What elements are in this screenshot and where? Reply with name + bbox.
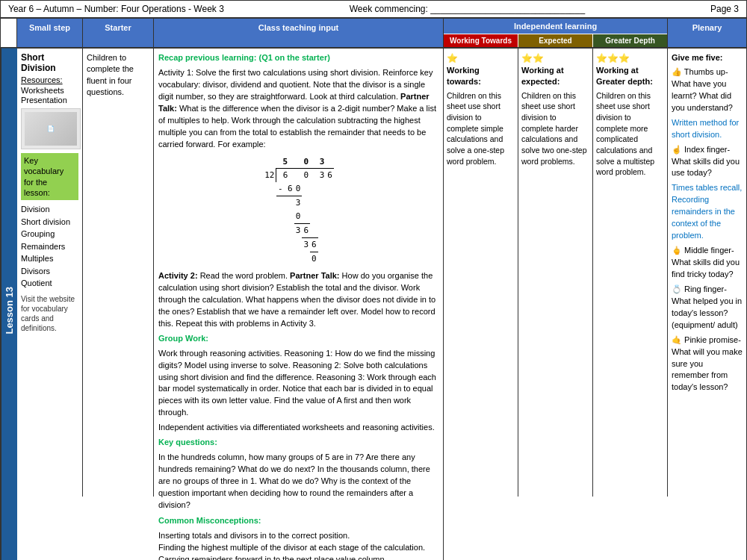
main-content-row: Lesson 13 Short Division Resources: Work…: [1, 49, 746, 560]
exp-text: Children on this sheet use short divisio…: [521, 90, 589, 167]
lesson-label: Lesson 13: [1, 49, 17, 560]
header-week: Week commencing: _______________________…: [350, 4, 585, 14]
give-five: Give me five:: [672, 52, 743, 64]
calc-table: 5 0 3 12 6 0 3 6: [263, 155, 334, 267]
index-text: ☝ Index finger- What skills did you use …: [672, 144, 743, 180]
content-grid: Short Division Resources: Worksheets Pre…: [17, 49, 746, 560]
teaching-cell: Recap previous learning: (Q1 on the star…: [154, 49, 444, 560]
group-work-label: Group Work:: [158, 334, 208, 343]
expected-cell: ⭐⭐ Working at expected: Children on this…: [518, 49, 593, 497]
exp-stars: ⭐⭐: [521, 52, 589, 65]
starter-text: Children to complete the fluent in four …: [87, 52, 149, 99]
col-plenary: Plenary: [668, 19, 746, 47]
wt-label: Working towards:: [447, 65, 515, 88]
resources-label: Resources:: [21, 75, 78, 84]
small-step-cell: Short Division Resources: Worksheets Pre…: [17, 49, 83, 497]
ring-text: 💍 Ring finger- What helped you in today'…: [672, 284, 743, 332]
greater-depth-cell: ⭐⭐⭐ Working at Greater depth: Children o…: [593, 49, 668, 497]
key-questions-label: Key questions:: [158, 438, 217, 447]
written-method: Written method for short division.: [672, 117, 743, 141]
col-starter: Starter: [83, 19, 154, 47]
recap-label: Recap previous learning: (Q1 on the star…: [158, 53, 330, 62]
common-misconceptions-text: Inserting totals and divisors in to the …: [158, 530, 438, 560]
working-towards-cell: ⭐ Working towards: Children on this shee…: [444, 49, 518, 497]
col-small-step: Small step: [17, 19, 83, 47]
middle-text: 🖕 Middle finger- What skills did you fin…: [672, 245, 743, 281]
small-step-title: Short Division: [21, 52, 78, 73]
starter-cell: Children to complete the fluent in four …: [83, 49, 154, 497]
col-expected: Expected: [518, 34, 593, 47]
header-page: Page 3: [710, 4, 739, 14]
gd-label: Working at Greater depth:: [596, 65, 664, 88]
exp-label: Working at expected:: [521, 65, 589, 88]
gd-stars: ⭐⭐⭐: [596, 52, 664, 65]
col-independent: Independent learning Working Towards Exp…: [444, 19, 668, 47]
key-vocab-box: Key vocabulary for the lesson:: [21, 153, 78, 200]
common-misconceptions-label: Common Misconceptions:: [158, 516, 261, 525]
wt-stars: ⭐: [447, 52, 515, 65]
col-greater-depth: Greater Depth: [593, 34, 667, 47]
independent-note: Independent activities via differentiate…: [158, 422, 438, 434]
worksheet-item: Worksheets: [21, 86, 78, 95]
page-header: Year 6 – Autumn – Number: Four Operation…: [1, 1, 746, 19]
visit-note: Visit the website for vocabulary cards a…: [21, 294, 78, 333]
resource-image: 📄: [21, 108, 81, 149]
header-title: Year 6 – Autumn – Number: Four Operation…: [8, 4, 224, 14]
wt-text: Children on this sheet use short divisio…: [447, 90, 515, 167]
activity1-text: Activity 1: Solve the first two calculat…: [158, 67, 438, 151]
key-questions-text: In the hundreds column, how many groups …: [158, 452, 438, 511]
activity2-text: Activity 2: Read the word problem. Partn…: [158, 270, 438, 330]
col-working-towards: Working Towards: [444, 34, 518, 47]
times-tables: Times tables recall, Recording remainder…: [672, 182, 743, 242]
plenary-cell: Give me five: 👍 Thumbs up- What have you…: [668, 49, 746, 497]
group-work-text: Work through reasoning activities. Reaso…: [158, 348, 438, 420]
thumbs-text: 👍 Thumbs up- What have you learnt? What …: [672, 66, 743, 114]
col-teaching: Class teaching input: [154, 19, 444, 47]
pinkie-text: 🤙 Pinkie promise- What will you make sur…: [672, 335, 743, 394]
vocab-list: Division Short division Grouping Remaind…: [21, 203, 78, 290]
column-headers: Small step Starter Class teaching input …: [1, 19, 746, 49]
gd-text: Children on this sheet use short divisio…: [596, 90, 664, 178]
presentation-item: Presentation: [21, 96, 78, 105]
calc-box: 5 0 3 12 6 0 3 6: [158, 155, 438, 267]
